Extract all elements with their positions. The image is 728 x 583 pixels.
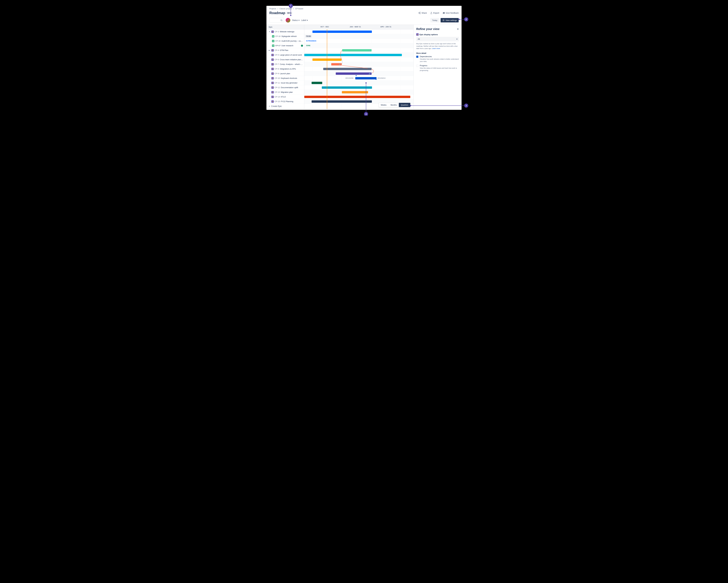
issue-row[interactable]: ⚡CP-8Integrations & APIs <box>266 66 304 71</box>
issue-key: CP-6 <box>275 58 279 61</box>
timeline-row[interactable] <box>304 53 414 57</box>
timeline-row[interactable]: IN PROGRESS <box>304 39 414 43</box>
issue-row[interactable]: ⚡CP-11Issue key generator <box>266 81 304 85</box>
status-filter[interactable]: Status ▾ <box>292 19 300 21</box>
epic-bar[interactable]: 🔗 <box>336 73 371 75</box>
timeline-row[interactable]: 🔗 <box>304 71 414 76</box>
label-filter[interactable]: Label ▾ <box>301 19 308 21</box>
issue-row[interactable]: ⚡CP-13Migration plan <box>266 90 304 94</box>
epic-bar[interactable] <box>304 54 402 56</box>
export-icon <box>430 12 433 14</box>
issue-row[interactable]: ⚡CP-15FY22 Planning <box>266 99 304 104</box>
search-input[interactable] <box>269 18 284 23</box>
issue-title: Launch plan <box>280 73 303 75</box>
issue-row[interactable]: ⚡CP-12Documentation uplift <box>266 85 304 90</box>
issue-title: Keyboard shortcuts <box>281 77 303 79</box>
epic-bar[interactable]: 🔗 <box>342 49 371 52</box>
svg-line-4 <box>419 13 420 13</box>
epic-bar[interactable] <box>323 68 371 70</box>
epic-icon: ⚡ <box>271 86 274 89</box>
issue-key: CP-13 <box>275 91 280 93</box>
status-badge: TO DO <box>306 35 311 37</box>
timeline-row[interactable] <box>304 57 414 62</box>
chevron-right-icon[interactable]: ▶ <box>269 50 270 51</box>
timeline-row[interactable]: TO DO <box>304 34 414 39</box>
issue-key: CP-16 <box>275 40 281 42</box>
issue-key: CP-11 <box>275 82 280 84</box>
timeline-row[interactable] <box>304 81 414 85</box>
beta-badge: BETA <box>287 12 292 14</box>
svg-point-5 <box>281 20 282 21</box>
chevron-down-icon: ▾ <box>298 19 300 21</box>
issue-row[interactable]: ▮CP-17User research✓ <box>266 43 304 48</box>
epic-icon: ⚡ <box>271 96 274 98</box>
avatar[interactable] <box>286 18 290 23</box>
dependencies-checkbox[interactable]: ✓ <box>416 56 418 58</box>
issue-row[interactable]: ⚡CP-9Launch plan <box>266 71 304 76</box>
issue-row[interactable]: ⚡CP-14KTLO <box>266 94 304 99</box>
epic-options-select[interactable]: All ▾ <box>416 37 459 41</box>
breadcrumb: Projects / Classic project / CP board <box>266 6 462 10</box>
epic-bar[interactable] <box>312 100 372 103</box>
export-button[interactable]: Export <box>430 12 439 14</box>
epic-icon: ⚡ <box>271 82 274 84</box>
timeline-row[interactable] <box>304 66 414 71</box>
issue-row[interactable]: ⚡CP-5Large piece of secret work <box>266 53 304 57</box>
issue-row[interactable]: ⚡CP-7Comp. Analysis – what's out the... <box>266 62 304 66</box>
epic-icon: ⚡ <box>271 31 274 33</box>
epic-bar[interactable] <box>312 82 322 84</box>
issue-row[interactable]: ▼⚡CP-3Website redesign <box>266 29 304 34</box>
issue-title: Website redesign <box>280 31 303 33</box>
refine-panel: Refine your view ✕ ⚡ Epic display option… <box>414 25 462 109</box>
issue-key: CP-15 <box>275 100 280 103</box>
close-icon[interactable]: ✕ <box>457 27 459 31</box>
zoom-quarters[interactable]: Quarters <box>399 103 410 107</box>
progress-checkbox[interactable] <box>416 65 418 67</box>
share-button[interactable]: Share <box>418 12 427 14</box>
issue-title: User research <box>282 45 300 47</box>
epic-icon: ⚡ <box>271 49 274 52</box>
issue-row[interactable]: ⚡CP-6Cross-team initiative planning <box>266 57 304 62</box>
epic-bar[interactable] <box>342 91 368 93</box>
timeline-row[interactable] <box>304 90 414 94</box>
epic-bar[interactable] <box>322 86 372 89</box>
create-epic-button[interactable]: + Create Epic <box>266 104 304 109</box>
epic-bar[interactable] <box>355 77 376 79</box>
issue-row[interactable]: ▮CP-18Styleguide refresh <box>266 34 304 39</box>
issue-row[interactable]: ▶⚡CP-4GTM Plan <box>266 48 304 53</box>
epic-bar[interactable]: 🔗 <box>331 63 342 65</box>
issue-key: CP-7 <box>275 63 279 65</box>
feedback-button[interactable]: Give feedback <box>442 12 459 14</box>
issue-key: CP-8 <box>275 68 279 70</box>
timeline-row[interactable]: 🔗 <box>304 48 414 53</box>
chevron-down-icon[interactable]: ▼ <box>269 31 270 32</box>
epic-icon: ⚡ <box>271 91 274 93</box>
timeline-row[interactable]: 2021/02/062021/04/14 <box>304 76 414 81</box>
panel-desc: Any Epic marked as done a year ago won't… <box>416 43 459 50</box>
search-icon <box>280 19 283 21</box>
timeline-row[interactable]: 🔗 <box>304 62 414 66</box>
epic-bar[interactable] <box>312 31 372 33</box>
today-button[interactable]: Today <box>431 18 439 22</box>
timeline-row[interactable] <box>304 29 414 34</box>
epic-bar[interactable] <box>304 96 410 98</box>
view-settings-button[interactable]: View settings <box>441 18 459 22</box>
breadcrumb-link[interactable]: Classic project <box>280 7 292 10</box>
zoom-months[interactable]: Months <box>389 103 399 107</box>
breadcrumb-link[interactable]: Projects <box>269 7 276 10</box>
link-icon: 🔗 <box>369 73 371 75</box>
timeline-row[interactable] <box>304 94 414 99</box>
timeline-row[interactable]: DONE <box>304 43 414 48</box>
story-icon: ▮ <box>272 35 274 37</box>
epic-icon: ⚡ <box>271 73 274 75</box>
learn-more-link[interactable]: Learn more <box>432 48 440 49</box>
issue-title: Issue key generator <box>281 82 303 84</box>
epic-icon: ⚡ <box>271 58 274 61</box>
issue-row[interactable]: ⚡CP-10Keyboard shortcuts <box>266 76 304 81</box>
zoom-weeks[interactable]: Weeks <box>379 103 389 107</box>
breadcrumb-link[interactable]: CP board <box>295 7 303 10</box>
megaphone-icon <box>442 12 445 14</box>
issue-row[interactable]: ▮CP-16Audit E2E journey – consu... <box>266 39 304 43</box>
annotation-1: 1 <box>289 4 293 8</box>
timeline-row[interactable] <box>304 85 414 90</box>
